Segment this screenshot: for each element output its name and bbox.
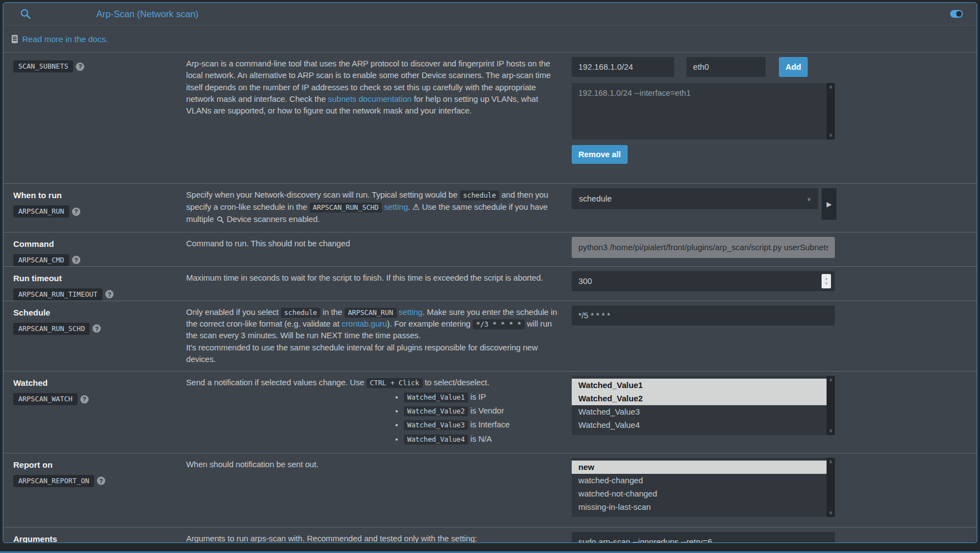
inline-code: */3 * * * * [473,319,525,329]
setting-code-wrap: ARPSCAN_CMD? [13,254,186,266]
option-Watched_Value3[interactable]: Watched_Value3 [572,405,827,418]
scroll-down-icon[interactable]: ∨ [829,133,833,138]
arpscan_watch-multiselect-scrollbar[interactable]: ∧∨ [827,376,835,435]
description-text: Arguments to run arps-scan with. Recomme… [186,534,477,543]
description-text: Maximum time in seconds to wait for the … [186,273,543,282]
option-watched-changed[interactable]: watched-changed [572,474,827,487]
scroll-down-icon[interactable]: ∨ [829,510,833,515]
spinner-up-icon: ∧ [825,277,828,281]
setting-title: Watched [13,378,186,387]
timeout-input[interactable] [572,271,835,291]
setting-code-wrap: SCAN_SUBNETS? [13,60,186,73]
setting-name-col: SCAN_SUBNETS? [3,53,186,183]
description-text: Device scanners enabled. [224,215,320,224]
setting-code-badge: ARPSCAN_WATCH [13,393,78,405]
option-missing-in-last-scan[interactable]: missing-in-last-scan [572,500,827,514]
setting-code-wrap: ARPSCAN_RUN_TIMEOUT? [13,288,186,301]
help-icon[interactable]: ? [105,290,114,298]
subnets-listbox-scrollbar[interactable]: ∧∨ [827,83,835,139]
interface-input[interactable] [686,57,766,77]
subnets-listbox[interactable]: 192.168.1.0/24 --interface=eth1∧∨ [572,83,835,139]
option-Watched_Value1[interactable]: Watched_Value1 [572,379,827,392]
doc-link[interactable]: setting [399,308,423,317]
doc-link[interactable]: subnets documentation [328,95,412,104]
search-icon[interactable] [20,8,31,19]
inline-code: CTRL + Click [367,378,423,388]
help-icon[interactable]: ? [97,477,105,485]
help-icon[interactable]: ? [80,395,89,404]
search-icon [217,215,224,226]
run-now-button[interactable]: ▶ [822,188,837,220]
docs-link[interactable]: Read more in the docs. [22,34,108,44]
setting-name-col: CommandARPSCAN_CMD? [3,232,186,266]
option-new[interactable]: new [572,461,827,474]
subnet-entry[interactable]: 192.168.1.0/24 --interface=eth1 [572,83,835,97]
subnet-input-row: Add [572,57,837,77]
arpscan_args-input[interactable] [572,532,835,543]
subnet-input[interactable] [572,57,674,77]
arpscan_report_on-multiselect[interactable]: newwatched-changedwatched-not-changedmis… [572,458,835,517]
description-text: in the [320,308,345,317]
inline-code: ARPSCAN_RUN_SCHD [310,203,382,213]
doc-link[interactable]: setting [384,203,408,211]
option-Watched_Value2[interactable]: Watched_Value2 [572,392,827,405]
warning-icon: ⚠ [412,202,419,211]
setting-row-SCAN_SUBNETS: SCAN_SUBNETS?Arp-scan is a command-line … [3,52,977,183]
setting-code-wrap: ARPSCAN_REPORT_ON? [13,475,186,487]
setting-description: Maximum time in seconds to wait for the … [186,267,565,301]
setting-code-badge: ARPSCAN_RUN_TIMEOUT [13,288,102,301]
description-text: is IP [468,392,486,401]
setting-title: Command [13,239,186,249]
arpscan_watch-multiselect[interactable]: Watched_Value1Watched_Value2Watched_Valu… [572,376,835,435]
inline-code: Watched_Value1 [404,392,468,402]
timeout-input-wrap: ∧∨ [572,271,835,291]
plugin-settings-panel: Arp-Scan (Network scan) Read more in the… [3,2,977,543]
help-icon[interactable]: ? [76,63,84,71]
help-icon[interactable]: ? [72,256,80,264]
value-list-item: Watched_Value4 is N/A [404,433,557,445]
plugin-enabled-toggle[interactable] [950,10,963,18]
setting-description: Only enabled if you select schedule in t… [186,301,565,371]
scroll-up-icon[interactable]: ∧ [829,459,833,464]
setting-code-wrap: ARPSCAN_RUN? [13,205,186,218]
setting-description: Send a notification if selected values c… [186,371,565,452]
chevron-down-icon: ∨ [807,196,811,202]
setting-title: Report on [13,460,186,469]
setting-title: Schedule [13,308,186,317]
help-icon[interactable]: ? [93,324,101,333]
doc-link[interactable]: crontab.guru [342,319,387,328]
setting-control-col: newwatched-changedwatched-not-changedmis… [572,453,837,527]
setting-name-col: ArgumentsARPSCAN_ARGS? [3,528,186,543]
add-button[interactable]: Add [779,57,808,77]
setting-code-wrap: ARPSCAN_RUN_SCHD? [13,323,186,335]
panel-header: Arp-Scan (Network scan) [3,3,977,25]
option-watched-not-changed[interactable]: watched-not-changed [572,487,827,500]
arpscan_cmd-input[interactable] [572,237,835,258]
help-icon[interactable]: ? [72,208,80,216]
setting-name-col: When to runARPSCAN_RUN? [3,184,186,232]
setting-code-wrap: ARPSCAN_WATCH? [13,393,186,405]
remove-all-button[interactable]: Remove all [572,145,628,164]
run-select[interactable]: schedule∨ [572,188,818,209]
spinner-down-icon: ∨ [825,281,828,285]
setting-control-col: ∧∨ [572,267,837,301]
value-list-item: Watched_Value2 is Vendor [404,405,557,417]
description-text: Only enabled if you select [186,308,281,317]
setting-title: Run timeout [13,273,186,283]
setting-code-badge: ARPSCAN_CMD [13,254,69,266]
setting-title: When to run [13,190,186,200]
scroll-up-icon[interactable]: ∧ [829,378,833,383]
scroll-down-icon[interactable]: ∨ [829,428,833,433]
setting-row-ARPSCAN_ARGS: ArgumentsARPSCAN_ARGS?Arguments to run a… [3,527,977,543]
arpscan_run_schd-input[interactable] [572,306,835,325]
description-text: is Interface [468,420,510,429]
number-spinner[interactable]: ∧∨ [822,274,831,288]
setting-name-col: Report onARPSCAN_REPORT_ON? [3,453,186,527]
setting-code-badge: ARPSCAN_RUN [13,205,69,218]
setting-title: Arguments [13,534,186,543]
option-Watched_Value4[interactable]: Watched_Value4 [572,418,827,432]
inline-code: schedule [460,190,499,200]
scroll-up-icon[interactable]: ∧ [829,85,833,90]
arpscan_report_on-multiselect-scrollbar[interactable]: ∧∨ [827,458,835,517]
setting-control-col: schedule∨▶ [572,184,837,232]
